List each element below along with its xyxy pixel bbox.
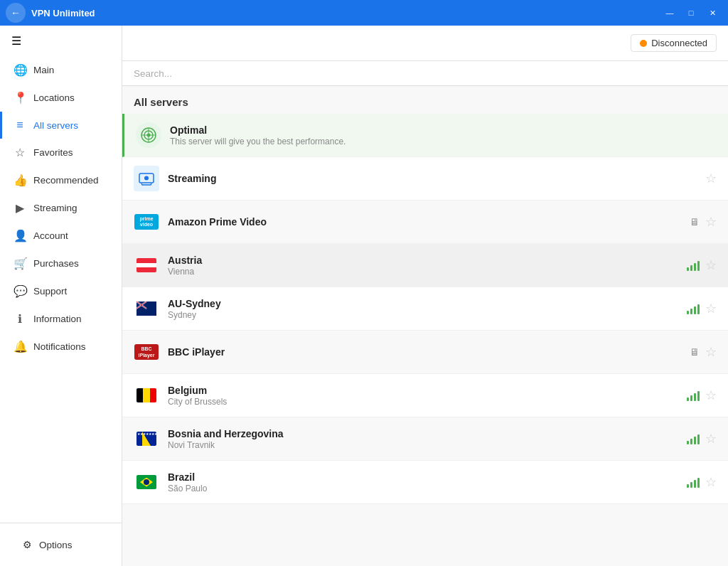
streaming-server-icon (134, 166, 159, 191)
locations-icon: 📍 (14, 91, 26, 105)
options-label: Options (39, 540, 73, 550)
streaming-favorite-icon[interactable]: ☆ (705, 171, 717, 186)
options-item[interactable]: ⚙ Options (11, 532, 110, 557)
sidebar: ☰ 🌐 Main 📍 Locations ≡ All servers ☆ Fav… (0, 26, 122, 566)
austria-info: Austria Vienna (168, 255, 678, 277)
sidebar-item-purchases[interactable]: 🛒 Purchases (0, 250, 122, 277)
belgium-signal (687, 390, 700, 401)
bbc-actions: 🖥 ☆ (690, 344, 717, 360)
sidebar-item-locations[interactable]: 📍 Locations (0, 84, 122, 112)
brazil-favorite-icon[interactable]: ☆ (705, 474, 717, 490)
sidebar-nav: 🌐 Main 📍 Locations ≡ All servers ☆ Favor… (0, 56, 122, 523)
server-row-amazon-prime[interactable]: primevideo Amazon Prime Video 🖥 ☆ (122, 201, 728, 244)
support-icon: 💬 (14, 284, 26, 298)
sidebar-label-recommended: Recommended (33, 175, 99, 186)
sidebar-item-main[interactable]: 🌐 Main (0, 56, 122, 84)
sidebar-label-purchases: Purchases (33, 258, 79, 269)
sidebar-item-information[interactable]: ℹ Information (0, 305, 122, 333)
svg-point-6 (144, 176, 149, 181)
prime-favorite-icon[interactable]: ☆ (705, 214, 717, 230)
au-sydney-favorite-icon[interactable]: ☆ (705, 301, 717, 316)
austria-flag (134, 252, 159, 278)
prime-monitor-icon: 🖥 (690, 216, 700, 228)
server-row-optimal[interactable]: Optimal This server will give you the be… (122, 114, 728, 157)
server-row-belgium[interactable]: Belgium City of Brussels ☆ (122, 374, 728, 417)
au-sydney-sub: Sydney (168, 310, 678, 320)
bosnia-actions: ☆ (687, 431, 717, 447)
bosnia-flag: ★★★★★★★ (134, 426, 159, 452)
app-body: ☰ 🌐 Main 📍 Locations ≡ All servers ☆ Fav… (0, 26, 728, 566)
favorites-icon: ☆ (14, 146, 26, 159)
server-row-austria[interactable]: Austria Vienna ☆ (122, 244, 728, 287)
main-icon: 🌐 (14, 63, 26, 77)
brazil-info: Brazil São Paulo (168, 471, 678, 493)
austria-actions: ☆ (687, 257, 717, 273)
purchases-icon: 🛒 (14, 257, 26, 270)
bbc-info: BBC iPlayer (168, 346, 681, 358)
bosnia-sub: Novi Travnik (168, 440, 678, 450)
bosnia-name: Bosnia and Herzegovina (168, 428, 678, 439)
window-controls: — □ ✕ (660, 3, 722, 23)
belgium-sub: City of Brussels (168, 397, 678, 407)
connection-status: Disconnected (631, 34, 717, 52)
brazil-signal (687, 476, 700, 488)
minimize-button[interactable]: — (660, 3, 680, 23)
server-row-streaming[interactable]: Streaming ☆ (122, 157, 728, 201)
austria-name: Austria (168, 255, 678, 266)
belgium-name: Belgium (168, 385, 678, 396)
content-header: Disconnected (122, 26, 728, 61)
content-area: Disconnected All servers (122, 26, 728, 566)
prime-icon: primevideo (134, 209, 159, 235)
sidebar-label-main: Main (33, 65, 54, 75)
all-servers-icon: ≡ (14, 119, 26, 132)
app-title: VPN Unlimited (31, 8, 660, 18)
sidebar-label-notifications: Notifications (33, 341, 86, 352)
au-flag (134, 296, 159, 321)
search-bar (122, 61, 728, 86)
au-sydney-name: AU-Sydney (168, 298, 678, 309)
recommended-icon: 👍 (14, 173, 26, 187)
bosnia-favorite-icon[interactable]: ☆ (705, 431, 717, 447)
optimal-info: Optimal This server will give you the be… (170, 124, 717, 146)
server-row-bosnia[interactable]: ★★★★★★★ Bosnia and Herzegovina Novi Trav… (122, 417, 728, 461)
streaming-actions: ☆ (705, 171, 717, 186)
status-dot (640, 40, 647, 47)
back-button[interactable]: ← (6, 3, 26, 23)
maximize-button[interactable]: □ (681, 3, 701, 23)
search-input[interactable] (134, 68, 717, 79)
sidebar-label-support: Support (33, 286, 67, 297)
title-bar: ← VPN Unlimited — □ ✕ (0, 0, 728, 26)
optimal-sub: This server will give you the best perfo… (170, 137, 717, 146)
sidebar-item-account[interactable]: 👤 Account (0, 222, 122, 250)
sidebar-item-favorites[interactable]: ☆ Favorites (0, 139, 122, 166)
sidebar-label-account: Account (33, 230, 68, 241)
sidebar-item-notifications[interactable]: 🔔 Notifications (0, 333, 122, 361)
server-row-au-sydney[interactable]: AU-Sydney Sydney ☆ (122, 287, 728, 331)
streaming-info: Streaming (168, 173, 697, 184)
sidebar-label-locations: Locations (33, 92, 75, 103)
belgium-actions: ☆ (687, 388, 717, 403)
sidebar-label-favorites: Favorites (33, 147, 73, 158)
status-text: Disconnected (651, 38, 707, 48)
close-button[interactable]: ✕ (702, 3, 722, 23)
sidebar-item-streaming[interactable]: ▶ Streaming (0, 194, 122, 222)
server-row-bbc[interactable]: BBCiPlayer BBC iPlayer 🖥 ☆ (122, 331, 728, 374)
austria-favorite-icon[interactable]: ☆ (705, 257, 717, 273)
bosnia-info: Bosnia and Herzegovina Novi Travnik (168, 428, 678, 450)
bbc-favorite-icon[interactable]: ☆ (705, 344, 717, 360)
belgium-favorite-icon[interactable]: ☆ (705, 388, 717, 403)
au-sydney-actions: ☆ (687, 301, 717, 316)
menu-icon[interactable]: ☰ (0, 26, 122, 56)
prime-name: Amazon Prime Video (168, 216, 681, 228)
notifications-icon: 🔔 (14, 340, 26, 353)
options-icon: ⚙ (23, 539, 32, 550)
sidebar-bottom: ⚙ Options (0, 523, 122, 566)
sidebar-item-recommended[interactable]: 👍 Recommended (0, 166, 122, 194)
optimal-icon (136, 122, 161, 148)
bbc-icon: BBCiPlayer (134, 339, 159, 365)
au-sydney-signal (687, 303, 700, 314)
sidebar-item-all-servers[interactable]: ≡ All servers (0, 112, 122, 139)
sidebar-item-support[interactable]: 💬 Support (0, 277, 122, 305)
server-row-brazil[interactable]: Brazil São Paulo ☆ (122, 461, 728, 504)
account-icon: 👤 (14, 229, 26, 242)
